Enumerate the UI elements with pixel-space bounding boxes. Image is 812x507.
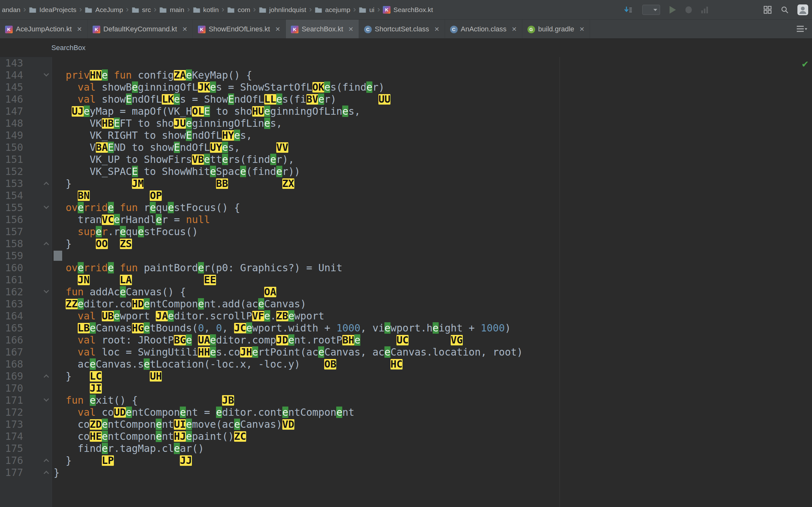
code-text <box>54 69 66 81</box>
fold-expand-icon[interactable] <box>44 459 49 464</box>
tab-anaction-class[interactable]: CAnAction.class✕ <box>445 20 522 38</box>
code-line[interactable]: 145 val showBeginningOfLJKes = ShowStart… <box>0 81 812 93</box>
breadcrumb-separator-icon: › <box>23 6 26 13</box>
fold-collapse-icon[interactable] <box>44 71 49 77</box>
tab-close-icon[interactable]: ✕ <box>434 26 440 32</box>
code-text: VK <box>54 118 102 129</box>
run-config-dropdown[interactable] <box>642 5 660 15</box>
tab-shortcutset-class[interactable]: CShortcutSet.class✕ <box>359 20 445 38</box>
code-line[interactable]: 151 VK_UP to ShowFirsVBetters(finder), <box>0 153 812 165</box>
tab-close-icon[interactable]: ✕ <box>348 26 354 32</box>
tab-build-gradle[interactable]: Gbuild.gradle✕ <box>522 20 590 38</box>
fold-expand-icon[interactable] <box>44 375 49 380</box>
code-line[interactable]: 147 UJeyMap = mapOf(VK_HOLE to shoHUegin… <box>0 105 812 117</box>
code-line[interactable]: 148 VKHBEFT to shoJUeginningOfLines, <box>0 117 812 129</box>
code-text <box>409 334 451 346</box>
code-line[interactable]: 163 ZZeditor.coHDentComponent.add(aceCan… <box>0 298 812 310</box>
code-line[interactable]: 158 } OO ZS <box>0 238 812 250</box>
code-line[interactable]: 146 val showEndOfLLKes = ShowEndOfLLLes(… <box>0 93 812 105</box>
nav-item-com[interactable]: com <box>226 6 251 14</box>
fold-expand-icon[interactable] <box>44 471 49 476</box>
fold-collapse-icon[interactable] <box>44 396 49 402</box>
nav-item-kotlin[interactable]: kotlin <box>192 6 219 14</box>
fold-expand-icon[interactable] <box>44 182 49 187</box>
code-line[interactable]: 165 LBeCanvasHGetBounds(0, 0, JCewport.w… <box>0 322 812 334</box>
code-line[interactable]: 143 <box>0 57 812 69</box>
tab-defaultkeycommand-kt[interactable]: KDefaultKeyCommand.kt✕ <box>88 20 193 38</box>
acejump-tag: JK <box>198 82 210 93</box>
code-line[interactable]: 153 } JM BB ZX <box>0 177 812 189</box>
nav-item-src[interactable]: src <box>131 6 152 14</box>
code-line[interactable]: 156 tranVCerHandler = null <box>0 214 812 226</box>
code-text: ditor.comp <box>216 334 276 346</box>
code-line[interactable]: 154 BN OP <box>0 189 812 202</box>
code-text: nt.add(ac <box>204 298 258 309</box>
code-line[interactable]: 176 } LP JJ <box>0 454 812 466</box>
code-line[interactable]: 160 override fun paintBorder(p0: Graphic… <box>0 262 812 274</box>
code-line[interactable]: 169 } LC UH <box>0 370 812 382</box>
vcs-update-icon[interactable] <box>623 5 633 14</box>
code-text: ight + <box>439 322 481 334</box>
tab-close-icon[interactable]: ✕ <box>275 26 281 32</box>
nav-item-acejump[interactable]: AceJump <box>84 6 124 14</box>
code-line[interactable]: 170 JI <box>0 382 812 394</box>
nav-item-main[interactable]: main <box>159 6 185 14</box>
tab-close-icon[interactable]: ✕ <box>77 26 82 32</box>
code-line[interactable]: 173 coZDentComponentUIemove(aceCanvas)VD <box>0 418 812 430</box>
folder-icon <box>159 7 167 13</box>
code-line[interactable]: 167 val loc = SwingUtiliHHes.coJHertPoin… <box>0 346 812 358</box>
nav-item-andan[interactable]: andan <box>1 6 21 14</box>
code-line[interactable]: 162 fun addAceCanvas() { OA <box>0 286 812 298</box>
acejump-tag: BB <box>216 178 228 189</box>
code-number: 0 <box>198 322 204 334</box>
nav-item-ui[interactable]: ui <box>358 6 375 14</box>
tab-close-icon[interactable]: ✕ <box>182 26 188 32</box>
profiler-icon[interactable] <box>701 6 708 13</box>
code-text: move(ac <box>192 418 234 430</box>
code-text: r)) <box>282 166 300 177</box>
code-line[interactable]: 177} <box>0 466 812 478</box>
code-text <box>54 81 78 93</box>
tab-acejumpaction-kt[interactable]: KAceJumpAction.kt✕ <box>0 20 88 38</box>
user-avatar[interactable] <box>798 4 808 15</box>
nav-item-acejump[interactable]: acejump <box>314 6 351 14</box>
tab-showendoflines-kt[interactable]: KShowEndOfLines.kt✕ <box>193 20 286 38</box>
fold-collapse-icon[interactable] <box>44 288 49 293</box>
editor[interactable]: 143144 privHNe fun configZAeKeyMap() {14… <box>0 57 812 507</box>
nav-item-searchbox-kt[interactable]: KSearchBox.kt <box>382 6 434 14</box>
run-icon[interactable] <box>670 6 676 14</box>
code-line[interactable]: 175 finder.tagMap.clear() <box>0 442 812 454</box>
layout-grid-icon[interactable] <box>763 5 772 14</box>
tab-searchbox-kt[interactable]: KSearchBox.kt✕ <box>286 20 359 38</box>
code-line[interactable]: 159 <box>0 250 812 262</box>
tab-label: SearchBox.kt <box>302 25 343 33</box>
line-number: 162 <box>4 286 23 298</box>
code-line[interactable]: 174 coHEentComponentHJepaint()ZC <box>0 430 812 442</box>
code-line[interactable]: 155 override fun requestFocus() { <box>0 202 812 214</box>
fold-expand-icon[interactable] <box>44 242 49 247</box>
code-line[interactable]: 168 aceCanvas.setLocation(-loc.x, -loc.y… <box>0 358 812 370</box>
nav-item-johnlindquist[interactable]: johnlindquist <box>258 6 307 14</box>
code-line[interactable]: 144 privHNe fun configZAeKeyMap() { <box>0 69 812 81</box>
code-line[interactable]: 149 VK_RIGHT to showEndOfLHYes, <box>0 129 812 141</box>
tab-close-icon[interactable]: ✕ <box>512 26 517 32</box>
debug-icon[interactable] <box>686 6 692 13</box>
breadcrumb[interactable]: SearchBox <box>51 44 86 52</box>
code-line[interactable]: 150 VBAEND to showEndOfLUYes, VV <box>0 141 812 153</box>
code-text: s(fi <box>282 94 306 105</box>
code-line[interactable]: 152 VK_SPACE to ShowWhiteSpace(finder)) <box>0 165 812 177</box>
code-line[interactable]: 157 super.requestFocus() <box>0 226 812 238</box>
search-icon[interactable] <box>780 5 789 14</box>
tab-list-icon[interactable] <box>796 25 808 34</box>
code-text: ) <box>505 322 511 334</box>
fold-collapse-icon[interactable] <box>44 204 49 209</box>
nav-item-ideaprojects[interactable]: IdeaProjects <box>28 6 77 14</box>
tabs: KAceJumpAction.kt✕KDefaultKeyCommand.kt✕… <box>0 20 590 38</box>
code-text <box>144 178 216 189</box>
code-line[interactable]: 161 JN LA EE <box>0 274 812 286</box>
tab-close-icon[interactable]: ✕ <box>579 26 585 32</box>
code-line[interactable]: 171 fun exit() { JB <box>0 394 812 406</box>
code-line[interactable]: 166 val root: JRootPBGe UAeditor.compJDe… <box>0 334 812 346</box>
code-line[interactable]: 172 val coUDentComponent = editor.conten… <box>0 406 812 418</box>
code-line[interactable]: 164 val UBewport JAeditor.scrollPVFe.ZBe… <box>0 310 812 322</box>
